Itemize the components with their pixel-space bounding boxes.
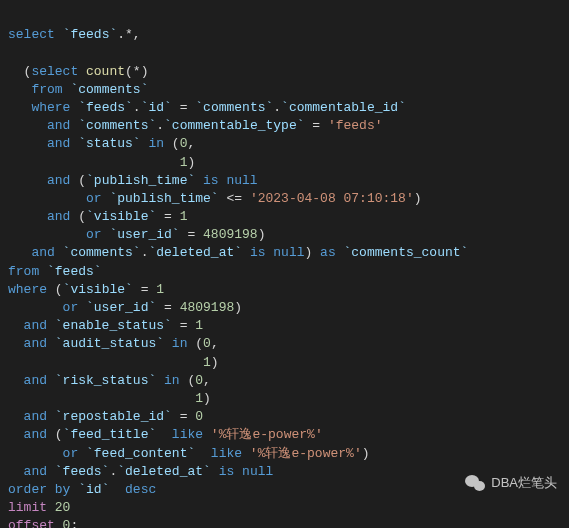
code-line: 1) <box>8 155 195 170</box>
code-line: where (`visible` = 1 <box>8 282 164 297</box>
code-line: or `feed_content` like '%轩逸e-power%') <box>8 446 370 461</box>
code-line: and (`publish_time` is null <box>8 173 258 188</box>
code-line: select `feeds`.*, <box>8 27 141 42</box>
code-line: 1) <box>8 391 211 406</box>
code-line: limit 20 <box>8 500 70 515</box>
code-line: and `repostable_id` = 0 <box>8 409 203 424</box>
code-line: and `comments`.`deleted_at` is null) as … <box>8 245 468 260</box>
code-line: and `feeds`.`deleted_at` is null <box>8 464 273 479</box>
sql-code-block: select `feeds`.*, (select count(*) from … <box>8 8 569 528</box>
code-line: from `comments` <box>8 82 148 97</box>
code-line: 1) <box>8 355 219 370</box>
code-line: and `enable_status` = 1 <box>8 318 203 333</box>
code-line: and (`feed_title` like '%轩逸e-power%' <box>8 427 323 442</box>
watermark: DBA烂笔头 <box>465 474 557 492</box>
code-line: and `comments`.`commentable_type` = 'fee… <box>8 118 383 133</box>
code-line: or `publish_time` <= '2023-04-08 07:10:1… <box>8 191 422 206</box>
code-line: and `audit_status` in (0, <box>8 336 219 351</box>
code-line: or `user_id` = 4809198) <box>8 300 242 315</box>
code-line: or `user_id` = 4809198) <box>8 227 265 242</box>
code-line: (select count(*) <box>8 64 148 79</box>
code-line: and (`visible` = 1 <box>8 209 187 224</box>
code-line: from `feeds` <box>8 264 102 279</box>
code-line: and `status` in (0, <box>8 136 195 151</box>
wechat-icon <box>465 475 485 491</box>
code-line: offset 0; <box>8 518 78 528</box>
code-line: order by `id` desc <box>8 482 156 497</box>
code-line: where `feeds`.`id` = `comments`.`comment… <box>8 100 406 115</box>
code-line: and `risk_status` in (0, <box>8 373 211 388</box>
watermark-text: DBA烂笔头 <box>491 474 557 492</box>
